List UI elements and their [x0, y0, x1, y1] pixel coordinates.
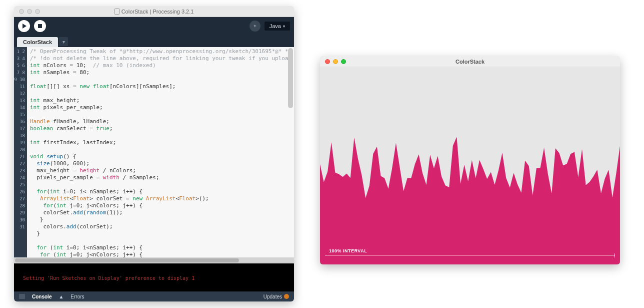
scrollbar-thumb[interactable] — [15, 258, 239, 262]
ide-window-title: ColorStack | Processing 3.2.1 — [14, 9, 294, 15]
sketch-output-window: ColorStack 100% INTERVAL — [320, 56, 620, 264]
code-area[interactable]: /* OpenProcessing Tweak of *@*http://www… — [27, 47, 294, 257]
ide-titlebar: ColorStack | Processing 3.2.1 — [14, 6, 294, 17]
ide-toolbar: ⌖ Java — [14, 17, 294, 35]
tab-colorstack[interactable]: ColorStack — [17, 37, 58, 47]
play-icon — [22, 24, 26, 29]
console-output: Setting 'Run Sketches on Display' prefer… — [14, 263, 294, 291]
footer-updates-label[interactable]: Updates — [264, 294, 282, 299]
run-button[interactable] — [18, 20, 30, 32]
ide-footer: Console ▲ Errors Updates — [14, 291, 294, 301]
editor-scrollbar-vertical[interactable] — [288, 48, 293, 108]
interval-slider-handle[interactable] — [614, 253, 615, 257]
tab-menu-button[interactable]: ▾ — [59, 37, 68, 46]
mode-selector[interactable]: Java — [264, 22, 290, 31]
debug-button[interactable]: ⌖ — [250, 21, 260, 32]
chevron-down-icon: ▾ — [62, 39, 65, 45]
ide-tabbar: ColorStack ▾ — [14, 35, 294, 47]
footer-errors-tab[interactable]: Errors — [70, 294, 84, 299]
stop-button[interactable] — [34, 20, 46, 32]
ide-title-text: ColorStack | Processing 3.2.1 — [122, 9, 194, 15]
tab-label: ColorStack — [23, 39, 52, 45]
sketch-canvas: 100% INTERVAL — [320, 67, 620, 264]
colorstack-chart — [320, 67, 620, 264]
editor-scrollbar-horizontal[interactable] — [14, 257, 294, 263]
footer-console-tab[interactable]: Console — [32, 294, 52, 299]
mode-label: Java — [270, 23, 281, 29]
warning-icon: ▲ — [58, 294, 64, 299]
stop-icon — [38, 24, 42, 28]
interval-slider-track[interactable] — [325, 255, 615, 255]
bug-icon: ⌖ — [254, 23, 256, 29]
sketch-titlebar: ColorStack — [320, 56, 620, 67]
console-line: Setting 'Run Sketches on Display' prefer… — [23, 275, 194, 281]
sketch-window-title: ColorStack — [320, 59, 620, 65]
file-icon — [114, 9, 120, 15]
updates-badge-icon[interactable] — [284, 294, 289, 299]
console-icon — [19, 294, 25, 299]
line-gutter: 1 2 3 4 5 6 7 8 9 10 11 12 13 14 15 16 1… — [14, 47, 27, 257]
processing-ide-window: ColorStack | Processing 3.2.1 ⌖ Java Col… — [14, 6, 294, 301]
interval-label: 100% INTERVAL — [329, 248, 367, 253]
code-editor[interactable]: 1 2 3 4 5 6 7 8 9 10 11 12 13 14 15 16 1… — [14, 47, 294, 257]
